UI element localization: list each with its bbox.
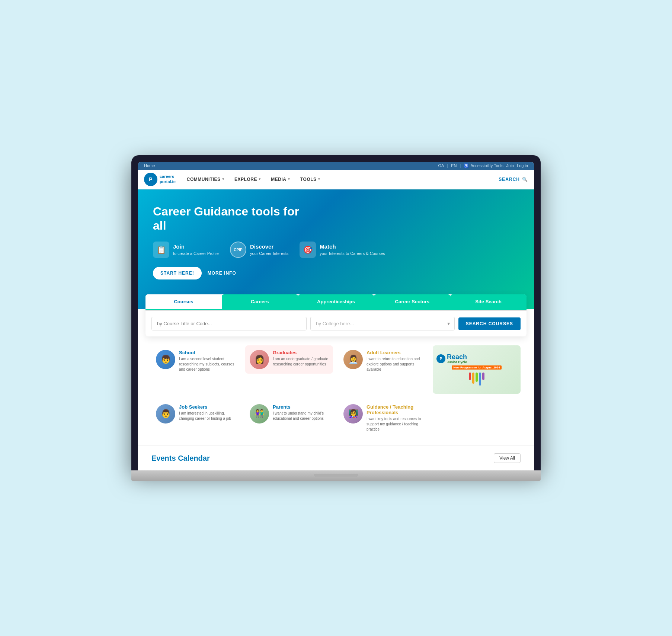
course-search-input[interactable] <box>151 317 307 330</box>
college-select[interactable]: by College here... <box>310 317 454 330</box>
tab-site-search[interactable]: Site Search <box>450 294 527 310</box>
adult-learners-card[interactable]: 👩‍💼 Adult Learners I want to return to e… <box>339 345 427 394</box>
hero-features: 📋 Join to create a Career Profile CPIP D… <box>153 242 519 258</box>
search-courses-button[interactable]: SEARCH COURSES <box>458 317 521 330</box>
school-card[interactable]: 👦 School I am a second level student res… <box>151 345 239 394</box>
card-title: Graduates <box>273 350 329 355</box>
tab-courses[interactable]: Courses <box>145 294 222 310</box>
logo-text: careers portal.ie <box>160 174 176 184</box>
hero-title: Career Guidance tools for all <box>153 204 302 233</box>
match-icon: 🎯 <box>300 242 316 258</box>
logo[interactable]: P careers portal.ie <box>144 173 176 186</box>
accessibility-icon: ♿ <box>464 163 469 168</box>
en-link[interactable]: EN <box>451 163 457 168</box>
reach-subtitle: Junior Cycle <box>447 360 467 364</box>
reach-banner[interactable]: P Reach Junior Cycle New Programme for A… <box>433 345 521 394</box>
reach-arrows-decoration <box>469 373 484 386</box>
discover-text: Discover your Career Interests <box>250 243 288 256</box>
card-desc: I want to understand my child's educatio… <box>273 411 329 421</box>
chevron-down-icon: ▼ <box>258 178 261 181</box>
join-text: Join to create a Career Profile <box>173 243 219 256</box>
college-select-wrapper: by College here... ▼ <box>310 317 454 330</box>
nav-explore[interactable]: EXPLORE ▼ <box>231 175 265 184</box>
avatar: 👦 <box>156 350 175 369</box>
card-desc: I am a second level student researching … <box>179 357 235 372</box>
separator: | <box>447 163 448 168</box>
discover-feature: CPIP Discover your Career Interests <box>230 242 288 258</box>
card-desc: I am an undergraduate / graduate researc… <box>273 357 329 367</box>
parents-card[interactable]: 👫 Parents I want to understand my child'… <box>245 400 333 437</box>
laptop-base <box>131 470 541 481</box>
match-text: Match your Interests to Careers & Course… <box>320 243 385 256</box>
card-desc: I am interested in upskilling, changing … <box>179 411 235 421</box>
avatar: 👩‍💼 <box>343 350 363 369</box>
reach-logo-icon: P <box>436 354 445 363</box>
tab-content: by College here... ▼ SEARCH COURSES <box>145 311 527 336</box>
start-here-button[interactable]: START HERE! <box>153 267 202 279</box>
hero-section: Career Guidance tools for all 📋 Join to … <box>138 189 534 310</box>
card-title: Guidance / Teaching Professionals <box>367 404 422 415</box>
events-calendar-title: Events Calendar <box>151 454 210 463</box>
new-badge: New Programme for August 2024 <box>452 365 502 370</box>
separator2: | <box>460 163 461 168</box>
tab-apprenticeships[interactable]: Apprenticeships <box>298 294 374 310</box>
job-seekers-card[interactable]: 👨 Job Seekers I am interested in upskill… <box>151 400 239 437</box>
chevron-down-icon: ▼ <box>288 178 291 181</box>
nav-communities[interactable]: COMMUNITIES ▼ <box>183 175 228 184</box>
join-icon: 📋 <box>153 242 169 258</box>
card-title: School <box>179 350 235 355</box>
top-bar: Home GA | EN | ♿ Accessibility Tools Joi… <box>138 162 534 170</box>
chevron-down-icon: ▼ <box>318 178 321 181</box>
tab-careers[interactable]: Careers <box>222 294 298 310</box>
accessibility-tools-link[interactable]: ♿ Accessibility Tools <box>464 163 503 168</box>
cpip-icon: CPIP <box>230 242 246 258</box>
avatar: 👫 <box>250 404 269 424</box>
ga-link[interactable]: GA <box>438 163 444 168</box>
graduates-card[interactable]: 👩 Graduates I am an undergraduate / grad… <box>245 345 333 394</box>
card-desc: I want to return to education and explor… <box>367 357 422 372</box>
search-icon: 🔍 <box>522 177 528 182</box>
nav-tools[interactable]: TOOLS ▼ <box>297 175 324 184</box>
events-section: Events Calendar View All <box>138 445 534 470</box>
empty-slot <box>433 400 521 437</box>
avatar: 👩 <box>250 350 269 369</box>
match-feature: 🎯 Match your Interests to Careers & Cour… <box>300 242 385 258</box>
chevron-down-icon: ▼ <box>222 178 225 181</box>
logo-icon: P <box>144 173 157 186</box>
join-feature: 📋 Join to create a Career Profile <box>153 242 219 258</box>
avatar: 👨 <box>156 404 175 424</box>
home-link[interactable]: Home <box>144 163 155 168</box>
tabs-section: Courses Careers Apprenticeships Career S… <box>145 294 527 336</box>
user-cards-grid: 👦 School I am a second level student res… <box>151 345 521 437</box>
guidance-professionals-card[interactable]: 👩‍🏫 Guidance / Teaching Professionals I … <box>339 400 427 437</box>
nav-media[interactable]: MEDIA ▼ <box>267 175 294 184</box>
card-title: Job Seekers <box>179 404 235 410</box>
view-all-button[interactable]: View All <box>494 453 521 463</box>
user-cards-section: 👦 School I am a second level student res… <box>138 336 534 445</box>
avatar: 👩‍🏫 <box>343 404 363 424</box>
more-info-link[interactable]: MORE INFO <box>208 271 236 276</box>
reach-title: Reach <box>447 354 467 360</box>
login-link[interactable]: Log in <box>517 163 528 168</box>
card-title: Adult Learners <box>367 350 422 355</box>
card-title: Parents <box>273 404 329 410</box>
nav-bar: P careers portal.ie COMMUNITIES ▼ <box>138 170 534 189</box>
search-button[interactable]: SEARCH 🔍 <box>499 177 528 182</box>
tabs-row: Courses Careers Apprenticeships Career S… <box>145 294 527 311</box>
hero-buttons: START HERE! MORE INFO <box>153 267 519 279</box>
nav-links: COMMUNITIES ▼ EXPLORE ▼ MEDIA ▼ TOOLS <box>183 175 324 184</box>
laptop-notch <box>314 474 358 477</box>
card-desc: I want key tools and resources to suppor… <box>367 416 422 432</box>
join-button-top[interactable]: Join <box>506 163 514 168</box>
tab-career-sectors[interactable]: Career Sectors <box>374 294 450 310</box>
